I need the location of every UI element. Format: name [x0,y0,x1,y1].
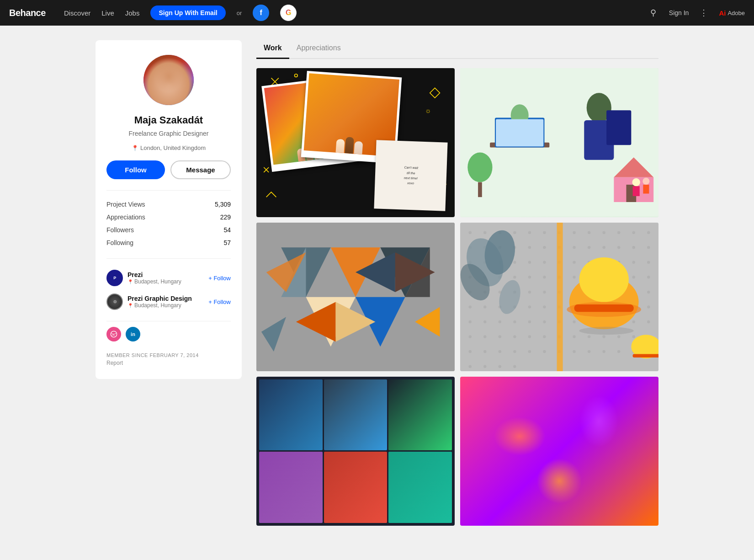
profile-sidebar: Maja Szakadát Freelance Graphic Designer… [96,40,242,379]
project-image-6 [460,377,658,526]
tab-work[interactable]: Work [256,40,289,59]
svg-line-6 [264,167,269,172]
project-card-3[interactable] [256,223,455,372]
project-grid: ☼ ⭐ [256,68,658,526]
svg-point-91 [632,276,635,279]
svg-point-146 [483,350,487,353]
svg-point-119 [468,320,472,323]
svg-point-143 [632,335,635,338]
svg-rect-173 [633,354,658,357]
site-logo[interactable]: Behance [9,8,46,18]
svg-point-136 [528,335,531,338]
svg-point-140 [588,335,591,338]
svg-point-66 [647,245,650,249]
nav-live[interactable]: Live [101,9,114,17]
affil-location-prezi: 📍 Budapest, Hungary [127,278,204,285]
svg-point-45 [528,231,531,234]
svg-point-124 [543,320,546,323]
sign-in-link[interactable]: Sign In [669,9,689,16]
message-button[interactable]: Message [170,160,231,179]
svg-point-92 [647,276,650,279]
svg-point-74 [573,261,576,264]
avatar-image [143,55,194,105]
svg-point-110 [528,305,531,309]
follow-button[interactable]: Follow [106,160,165,179]
svg-point-137 [543,335,546,338]
svg-rect-166 [557,223,563,372]
svg-point-41 [468,231,472,234]
project-card-4[interactable] [460,223,658,372]
svg-point-134 [499,335,502,338]
action-buttons: Follow Message [106,160,231,179]
svg-point-131 [647,320,650,323]
report-link[interactable]: Report [106,360,231,366]
affil-pin-icon-2: 📍 [127,303,133,308]
svg-point-18 [632,178,640,186]
google-signup-button[interactable]: G [280,5,297,21]
affil-name-prezi-gd[interactable]: Prezi Graphic Design [127,295,204,302]
svg-point-106 [468,305,472,309]
svg-point-141 [602,335,605,338]
nav-jobs[interactable]: Jobs [125,9,140,17]
prezi-logo-icon: P [106,270,123,286]
affil-name-prezi[interactable]: Prezi [127,271,204,278]
slide-1 [259,379,323,450]
facebook-signup-button[interactable]: f [253,5,269,21]
project-card-1[interactable]: ☼ ⭐ [256,68,455,217]
nav-or-text: or [237,10,242,16]
svg-point-53 [647,231,650,234]
svg-point-155 [617,350,621,353]
prezi-gd-follow-button[interactable]: + Follow [208,299,231,305]
svg-rect-21 [643,185,649,194]
affil-location-prezi-gd: 📍 Budapest, Hungary [127,302,204,309]
project-card-6[interactable] [460,377,658,526]
svg-point-97 [528,290,531,293]
project-image-5 [256,377,455,526]
project-image-1: ☼ ⭐ [256,68,455,217]
svg-point-51 [617,231,621,234]
svg-point-105 [647,290,650,293]
svg-rect-19 [633,186,640,196]
slide-4 [259,452,323,523]
svg-rect-14 [606,110,631,145]
svg-point-160 [499,365,502,368]
svg-rect-23 [478,182,482,197]
dribbble-icon[interactable] [106,327,121,341]
affil-item-prezi: P Prezi 📍 Budapest, Hungary + Follow [106,266,231,290]
adobe-logo-icon: Ai [719,9,726,17]
project-card-2[interactable] [460,68,658,217]
svg-point-148 [513,350,516,353]
svg-point-118 [647,305,650,309]
linkedin-icon[interactable]: in [126,327,140,341]
slide-3 [388,379,452,450]
svg-point-154 [602,350,605,353]
profile-location: 📍 London, United Kingdom [106,144,231,151]
svg-point-62 [588,245,591,249]
svg-point-64 [617,245,621,249]
svg-point-139 [573,335,576,338]
main-content: Work Appreciations ☼ [256,40,658,526]
affil-info-prezi: Prezi 📍 Budapest, Hungary [127,271,204,285]
stat-value-appreciations: 229 [220,213,231,221]
svg-point-153 [588,350,591,353]
prezi-follow-button[interactable]: + Follow [208,275,231,282]
grid-icon[interactable]: ⋮ [700,8,708,18]
svg-point-20 [642,178,649,185]
svg-point-111 [543,305,546,309]
affil-pin-icon: 📍 [127,279,133,284]
nav-discover[interactable]: Discover [64,9,90,17]
svg-point-46 [543,231,546,234]
tab-appreciations[interactable]: Appreciations [289,40,348,59]
svg-text:☼: ☼ [425,107,431,114]
search-icon[interactable]: ⚲ [650,8,656,18]
svg-point-161 [513,365,516,368]
svg-rect-170 [574,304,634,312]
signup-button[interactable]: Sign Up With Email [150,5,225,20]
svg-point-130 [632,320,635,323]
project-card-5[interactable] [256,377,455,526]
page-body: Maja Szakadát Freelance Graphic Designer… [85,26,669,540]
svg-point-79 [647,261,650,264]
affil-item-prezi-gd: ☉ Prezi Graphic Design 📍 Budapest, Hunga… [106,290,231,314]
svg-point-171 [579,326,633,334]
member-since: MEMBER SINCE FEBRUARY 7, 2014 [106,352,231,358]
